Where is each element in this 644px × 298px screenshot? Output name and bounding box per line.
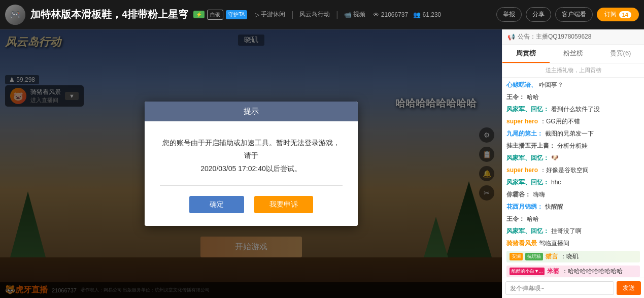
chat-message: 挂主播五开上書：分析分析娃 <box>506 141 640 150</box>
chat-username: 心鲸呓语、 <box>506 80 537 89</box>
avatar-img: 🎮 <box>5 5 25 25</box>
gift-text: 送主播礼物，上周贡榜 <box>546 67 601 73</box>
badge-level: ⚡ <box>193 11 205 18</box>
user-badge2-enter: 抗玩猫 <box>525 253 543 260</box>
user-badge-gift: 酷酷的小白▼... <box>510 268 545 275</box>
badge-guard: 守护TA <box>226 10 247 19</box>
chat-message: super hero：好像是谷歌空间 <box>506 165 640 175</box>
chat-special-message: 安澜抗玩猫猫言：晓矶 <box>506 251 640 262</box>
main-content: 风云岛行动 晓矶 哈哈哈哈哈哈哈哈 ♟ 59,298 🐷 骑猪看风景 进入直播间… <box>0 29 644 298</box>
chat-message: 王令：哈哈 <box>506 92 640 102</box>
chat-text: 看到什么软件了没 <box>551 105 600 114</box>
chat-text: 咋回事？ <box>539 80 563 89</box>
chat-input-area: 发送 <box>502 278 644 298</box>
chat-text: 挂哥没了啊 <box>551 226 582 236</box>
header-nav: ▷ 手游休闲 | 风云岛行动 | 📹 视频 <box>255 10 365 19</box>
chat-username: super hero <box>506 117 538 126</box>
nav-play[interactable]: ▷ 手游休闲 <box>255 10 285 19</box>
header-stats: 👁 21066737 👥 61,230 <box>373 11 441 18</box>
chat-special-user: 米婆 <box>547 267 559 276</box>
share-button[interactable]: 分享 <box>526 7 551 22</box>
chat-username: 花西月锦绣： <box>506 202 543 211</box>
stream-area: 风云岛行动 晓矶 哈哈哈哈哈哈哈哈 ♟ 59,298 🐷 骑猪看风景 进入直播间… <box>0 29 502 298</box>
chat-special-user: 猫言 <box>546 252 558 261</box>
chat-special-message: 酷酷的小白▼...米婆：哈哈哈哈哈哈哈哈哈 <box>506 266 640 277</box>
chat-message: 骑猪看风景驾临直播间 <box>506 239 640 248</box>
chat-message: 风家军、回忆：🐶 <box>506 153 640 162</box>
chat-text: ：好像是谷歌空间 <box>540 165 589 175</box>
right-header: 📢 公告：主播QQ1978059628 <box>502 29 644 45</box>
announce-text: 公告：主播QQ1978059628 <box>518 32 591 41</box>
chat-input[interactable] <box>505 281 614 295</box>
view-count: 👁 21066737 <box>373 11 408 18</box>
page-title: 加特林版本滑板鞋，4排带粉上星穹 <box>30 8 188 21</box>
chat-text: 哈哈 <box>527 92 539 102</box>
chat-text: 分析分析娃 <box>557 141 588 150</box>
chat-username: 你霸谷： <box>506 190 531 199</box>
tab-fans[interactable]: 粉丝榜 <box>550 45 597 63</box>
dialog-body: 您的账号由于开启辅助或加速工具。暂时无法登录游戏，请于 2020/03/05 1… <box>145 121 358 226</box>
chat-text: 嗨嗨 <box>533 190 545 199</box>
subscribe-count: 14 <box>619 11 631 18</box>
dialog-header: 提示 <box>145 102 358 121</box>
dialog-divider <box>160 185 343 186</box>
chat-username: super hero <box>506 165 538 175</box>
chat-username: 王令： <box>506 214 525 223</box>
subscribe-button[interactable]: 订阅 14 <box>597 8 639 21</box>
badge-rank: 白银 <box>207 10 223 20</box>
nav-game[interactable]: 风云岛行动 <box>299 10 330 19</box>
report-button[interactable]: 举报 <box>496 7 522 22</box>
dialog-overlay: 提示 您的账号由于开启辅助或加速工具。暂时无法登录游戏，请于 2020/03/0… <box>0 29 502 298</box>
chat-text: 快醒醒 <box>545 202 563 211</box>
chat-message: 风家军、回忆：挂哥没了啊 <box>506 226 640 236</box>
chat-message: 心鲸呓语、咋回事？ <box>506 80 640 89</box>
chat-send-button[interactable]: 发送 <box>617 281 641 295</box>
chat-text: ：GG用的不错 <box>540 117 580 126</box>
chat-username: 风家军、回忆： <box>506 226 549 236</box>
right-panel: 📢 公告：主播QQ1978059628 周贡榜 粉丝榜 贵宾(6) 送主播礼物，… <box>502 29 644 298</box>
chat-message: 你霸谷：嗨嗨 <box>506 190 640 199</box>
chat-area: 心鲸呓语、咋回事？王令：哈哈风家军、回忆：看到什么软件了没super hero：… <box>502 78 644 278</box>
chat-username: 九尾的第土： <box>506 129 543 138</box>
chat-username: 挂主播五开上書： <box>506 141 555 150</box>
chat-special-text: ：哈哈哈哈哈哈哈哈哈 <box>562 267 623 276</box>
chat-username: 王令： <box>506 92 525 102</box>
header-badges: ⚡ 白银 守护TA <box>193 10 247 20</box>
chat-message: 风家军、回忆：hhc <box>506 178 640 187</box>
confirm-button[interactable]: 确定 <box>189 196 244 213</box>
chat-text: 🐶 <box>551 153 559 162</box>
fan-count: 👥 61,230 <box>413 11 441 18</box>
dialog-text: 您的账号由于开启辅助或加速工具。暂时无法登录游戏，请于 2020/03/05 1… <box>160 137 343 175</box>
chat-text: hhc <box>551 178 561 187</box>
announce-icon: 📢 <box>507 34 515 41</box>
chat-special-text: ：晓矶 <box>560 252 579 261</box>
right-tabs: 周贡榜 粉丝榜 贵宾(6) <box>502 45 644 63</box>
chat-message: 花西月锦绣：快醒醒 <box>506 202 640 211</box>
chat-username: 风家军、回忆： <box>506 178 549 187</box>
client-button[interactable]: 客户端看 <box>555 7 593 22</box>
user-badge-enter: 安澜 <box>510 253 523 260</box>
chat-text: 哈哈 <box>527 214 539 223</box>
chat-message: 九尾的第土：截图的兄弟发一下 <box>506 129 640 138</box>
tab-weekly[interactable]: 周贡榜 <box>502 45 550 63</box>
tab-vip[interactable]: 贵宾(6) <box>597 45 644 63</box>
chat-username: 骑猪看风景 <box>506 239 537 248</box>
nav-video[interactable]: 📹 视频 <box>344 10 365 19</box>
chat-username: 风家军、回忆： <box>506 105 549 114</box>
chat-message: super hero：GG用的不错 <box>506 117 640 126</box>
streamer-avatar: 🎮 <box>5 5 25 25</box>
chat-message: 风家军、回忆：看到什么软件了没 <box>506 105 640 114</box>
dialog: 提示 您的账号由于开启辅助或加速工具。暂时无法登录游戏，请于 2020/03/0… <box>145 102 358 226</box>
header: 🎮 加特林版本滑板鞋，4排带粉上星穹 ⚡ 白银 守护TA ▷ 手游休闲 | 风云… <box>0 0 644 29</box>
chat-message: 王令：哈哈 <box>506 214 640 223</box>
dialog-buttons: 确定 我要申诉 <box>160 196 343 216</box>
chat-text: 驾临直播间 <box>539 239 569 248</box>
header-actions: 举报 分享 客户端看 订阅 14 <box>496 7 639 22</box>
gift-banner: 送主播礼物，上周贡榜 <box>502 63 644 78</box>
appeal-button[interactable]: 我要申诉 <box>254 196 313 213</box>
chat-username: 风家军、回忆： <box>506 153 549 162</box>
chat-text: 截图的兄弟发一下 <box>545 129 594 138</box>
